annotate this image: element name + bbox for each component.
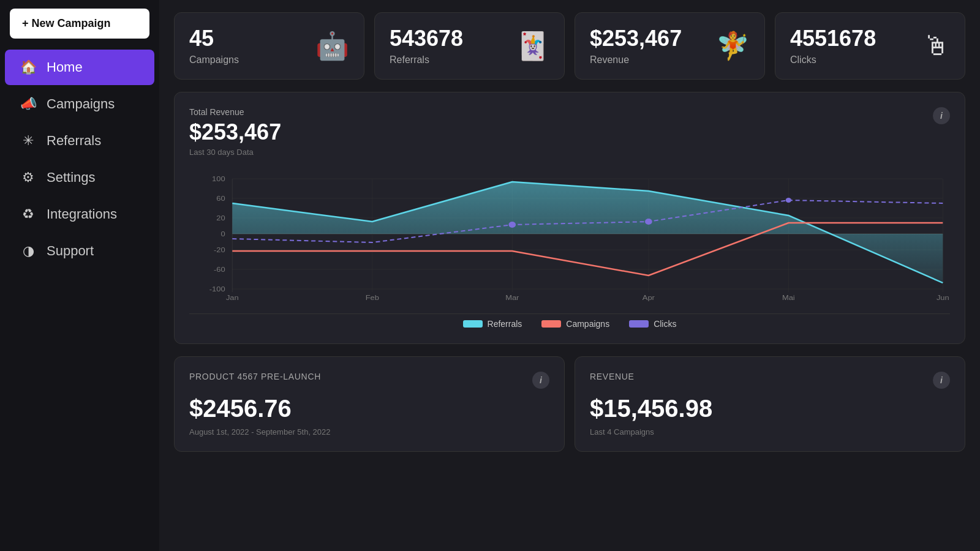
sidebar-item-home[interactable]: 🏠 Home [5,50,154,85]
legend-clicks-color [629,320,649,328]
chart-section: Total Revenue $253,467 Last 30 days Data… [174,92,965,344]
sidebar: + New Campaign 🏠 Home 📣 Campaigns ✳ Refe… [0,0,159,551]
bottom-card-revenue-value: $15,456.98 [590,395,950,422]
chart-subtitle: Last 30 days Data [189,148,281,157]
new-campaign-button[interactable]: + New Campaign [10,9,149,39]
svg-point-21 [508,222,516,228]
bottom-card-revenue-subtitle: Last 4 Campaigns [590,427,950,437]
svg-text:Apr: Apr [643,294,655,301]
legend-clicks-label: Clicks [654,319,676,329]
svg-text:-20: -20 [214,246,225,254]
svg-text:Feb: Feb [366,294,380,301]
bottom-cards: Product 4567 Pre-Launch i $2456.76 Augus… [174,356,965,452]
referrals-icon: ✳ [20,133,37,149]
stat-card-referrals: 543678 Referrals 🃏 [374,12,565,80]
revenue-stat-icon: 🧚 [716,30,750,62]
bottom-card-revenue-header: REVENUE i [590,372,950,389]
referrals-stat-icon: 🃏 [516,30,549,62]
campaigns-value: 45 [189,26,239,51]
stat-card-campaigns: 45 Campaigns 🤖 [174,12,364,80]
sidebar-item-support[interactable]: ◑ Support [5,233,154,269]
svg-text:-100: -100 [209,285,225,293]
bottom-card-prelaunch-header: Product 4567 Pre-Launch i [189,372,549,389]
stat-card-revenue: $253,467 Revenue 🧚 [575,12,765,80]
clicks-stat-icon: 🖱 [923,31,950,61]
svg-text:20: 20 [216,214,225,222]
sidebar-item-referrals[interactable]: ✳ Referrals [5,123,154,159]
chart-info: Total Revenue $253,467 Last 30 days Data [189,107,281,157]
bottom-card-prelaunch-info-icon[interactable]: i [532,372,549,389]
referrals-label: Referrals [390,54,463,66]
chart-info-icon[interactable]: i [933,107,950,124]
revenue-value: $253,467 [590,26,682,51]
sidebar-item-support-label: Support [47,243,94,259]
revenue-label: Revenue [590,54,682,66]
svg-text:100: 100 [212,175,225,183]
chart-value: $253,467 [189,119,281,145]
bottom-card-revenue-title: REVENUE [590,372,635,381]
campaigns-label: Campaigns [189,54,239,66]
svg-text:60: 60 [216,195,225,203]
chart-area: 100 60 20 0 -20 -60 -100 [189,167,950,304]
svg-marker-20 [232,182,943,283]
bottom-card-prelaunch-title: Product 4567 Pre-Launch [189,372,321,381]
svg-text:Mar: Mar [505,294,519,301]
bottom-card-revenue: REVENUE i $15,456.98 Last 4 Campaigns [575,356,965,452]
clicks-value: 4551678 [790,26,876,51]
svg-text:Mai: Mai [782,294,795,301]
legend-referrals: Referrals [463,319,522,329]
legend-clicks: Clicks [629,319,676,329]
campaigns-stat-icon: 🤖 [315,30,349,62]
sidebar-item-settings-label: Settings [47,170,96,186]
bottom-card-prelaunch: Product 4567 Pre-Launch i $2456.76 Augus… [174,356,565,452]
legend-referrals-color [463,320,483,328]
referrals-value: 543678 [390,26,463,51]
home-icon: 🏠 [20,59,37,75]
sidebar-item-referrals-label: Referrals [47,133,101,149]
sidebar-item-campaigns[interactable]: 📣 Campaigns [5,86,154,122]
new-campaign-label: + New Campaign [22,17,111,30]
legend-campaigns-color [541,320,561,328]
revenue-chart: 100 60 20 0 -20 -60 -100 [189,167,950,301]
chart-header: Total Revenue $253,467 Last 30 days Data… [189,107,950,157]
sidebar-item-campaigns-label: Campaigns [47,96,115,112]
legend-campaigns: Campaigns [541,319,609,329]
legend-campaigns-label: Campaigns [566,319,609,329]
sidebar-item-integrations[interactable]: ♻ Integrations [5,197,154,232]
settings-icon: ⚙ [20,170,37,186]
bottom-card-prelaunch-value: $2456.76 [189,395,549,422]
stat-card-clicks: 4551678 Clicks 🖱 [775,12,965,80]
chart-legend: Referrals Campaigns Clicks [189,313,950,329]
svg-point-23 [786,198,791,203]
bottom-card-prelaunch-subtitle: August 1st, 2022 - September 5th, 2022 [189,427,549,437]
sidebar-item-home-label: Home [47,59,83,75]
svg-text:0: 0 [221,230,225,238]
sidebar-item-settings[interactable]: ⚙ Settings [5,160,154,195]
campaigns-icon: 📣 [20,96,37,112]
legend-referrals-label: Referrals [488,319,522,329]
sidebar-item-integrations-label: Integrations [47,206,117,222]
svg-point-22 [645,219,652,225]
svg-text:Jan: Jan [226,294,239,301]
svg-text:-60: -60 [214,266,225,274]
support-icon: ◑ [20,243,37,259]
bottom-card-revenue-info-icon[interactable]: i [933,372,950,389]
clicks-label: Clicks [790,54,876,66]
svg-text:Jun: Jun [937,294,949,301]
integrations-icon: ♻ [20,206,37,222]
stat-cards-grid: 45 Campaigns 🤖 543678 Referrals 🃏 $253,4… [174,12,965,80]
main-content: 45 Campaigns 🤖 543678 Referrals 🃏 $253,4… [159,0,980,551]
chart-title: Total Revenue [189,107,281,117]
sidebar-nav: 🏠 Home 📣 Campaigns ✳ Referrals ⚙ Setting… [0,48,159,270]
